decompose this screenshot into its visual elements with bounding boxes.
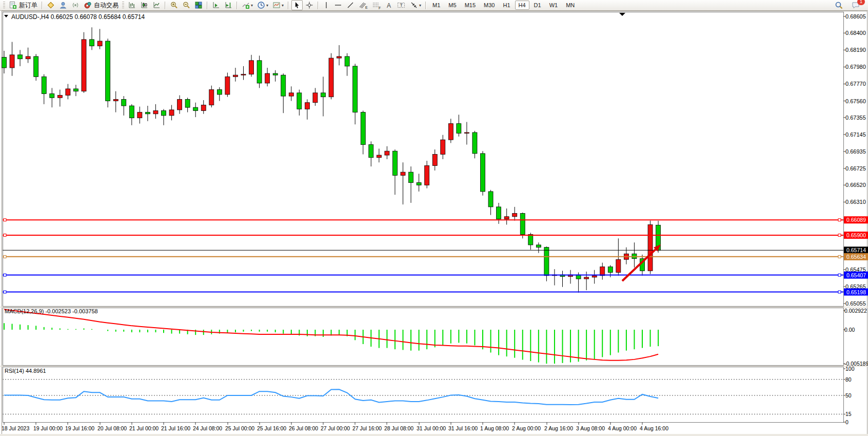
tab-h4[interactable]: H4	[515, 1, 529, 10]
bear-candle-body	[193, 107, 198, 110]
bull-candle-body	[225, 77, 230, 94]
chart-area[interactable]: 0.686050.684000.681900.679800.677700.675…	[0, 10, 868, 436]
fibonacci-button[interactable]: F	[370, 0, 383, 10]
candlestick-chart-button[interactable]	[139, 0, 150, 10]
tab-m30[interactable]: M30	[480, 1, 498, 10]
tab-mn[interactable]: MN	[562, 1, 578, 10]
bull-candle-body	[97, 41, 102, 46]
line-handle[interactable]	[838, 255, 841, 258]
svg-text:A: A	[387, 2, 391, 9]
time-axis-label: 21 Jul 00:00	[129, 425, 159, 431]
tab-h1[interactable]: H1	[499, 1, 514, 10]
tab-m15[interactable]: M15	[461, 1, 479, 10]
bottom-strip	[0, 434, 868, 436]
horizontal-line-button[interactable]	[332, 0, 344, 10]
bear-candle-body	[273, 73, 278, 75]
tab-m5[interactable]: M5	[445, 1, 460, 10]
bear-candle-body	[297, 93, 302, 109]
line-handle[interactable]	[838, 291, 841, 293]
equidistant-channel-button[interactable]: E	[357, 0, 369, 10]
time-axis-label: 26 Jul 08:00	[289, 425, 318, 431]
zoom-in-button[interactable]	[168, 0, 180, 10]
auto-scroll-icon	[212, 1, 220, 9]
candle	[257, 55, 262, 88]
contacts-icon	[59, 1, 67, 9]
vertical-line-button[interactable]	[321, 0, 331, 10]
price-axis-tick-label: 0.68400	[845, 30, 866, 36]
bull-candle-body	[432, 155, 437, 166]
new-order-button[interactable]: 新订单	[7, 0, 39, 10]
line-handle[interactable]	[4, 291, 6, 293]
candle	[106, 39, 110, 107]
arrow-tools-button[interactable]: ▾	[408, 0, 423, 10]
panel-splitter[interactable]	[0, 307, 868, 308]
text-label-button[interactable]: T	[395, 0, 407, 10]
bar-chart-button[interactable]	[126, 0, 137, 10]
candle	[82, 32, 86, 93]
periods-button[interactable]: ▾	[255, 0, 270, 10]
bear-candle-body	[457, 124, 461, 134]
bull-candle-body	[66, 89, 70, 96]
chart-shift-button[interactable]	[223, 0, 234, 10]
tab-d1[interactable]: D1	[530, 1, 545, 10]
auto-scroll-button[interactable]	[210, 0, 222, 10]
time-axis-label: 2 Aug 00:00	[512, 425, 541, 431]
line-handle[interactable]	[838, 274, 841, 276]
line-handle[interactable]	[4, 255, 6, 258]
tile-windows-button[interactable]	[193, 0, 204, 10]
bear-candle-body	[345, 56, 349, 66]
bear-candle-body	[90, 40, 94, 46]
vertical-line-icon	[323, 1, 330, 9]
chart-template-icon	[272, 1, 281, 9]
stamp-button[interactable]	[45, 0, 56, 10]
price-axis-tick-label: 0.66725	[845, 165, 866, 172]
broadcast-button[interactable]	[70, 0, 81, 10]
tab-m1[interactable]: M1	[429, 1, 444, 10]
bear-candle-body	[520, 213, 525, 234]
search-button[interactable]	[833, 0, 845, 10]
new-order-label: 新订单	[19, 1, 37, 10]
tab-w1[interactable]: W1	[546, 1, 562, 10]
autotrading-button[interactable]: 自动交易	[82, 0, 120, 10]
panel-splitter[interactable]	[0, 366, 868, 367]
bear-candle-body	[34, 56, 38, 77]
chart-template-button[interactable]: ▾	[271, 0, 285, 10]
chevron-down-icon[interactable]: ▾	[251, 3, 253, 8]
indicators-button[interactable]: ▾	[240, 0, 254, 10]
chart-canvas[interactable]: 0.686050.684000.681900.679800.677700.675…	[0, 10, 868, 436]
equidistant-channel-icon: E	[359, 1, 368, 9]
trendline-icon	[346, 1, 354, 9]
arrow-tools-icon	[410, 1, 418, 9]
bear-candle-body	[544, 248, 549, 276]
bull-candle-body	[201, 105, 206, 110]
svg-text:T: T	[400, 3, 403, 8]
bull-candle-body	[441, 140, 445, 154]
trendline-button[interactable]	[345, 0, 356, 10]
rsi-label: RSI(14) 44.8961	[5, 368, 46, 374]
bull-candle-body	[233, 75, 238, 77]
line-handle[interactable]	[4, 234, 6, 236]
line-handle[interactable]	[838, 234, 841, 236]
zoom-out-button[interactable]	[181, 0, 192, 10]
chevron-down-icon[interactable]: ▾	[266, 3, 268, 8]
line-handle[interactable]	[4, 274, 6, 276]
cursor-button[interactable]	[291, 0, 303, 10]
price-axis-tick-label: 0.66935	[845, 148, 866, 155]
time-axis-label: 25 Jul 16:00	[257, 425, 286, 431]
bear-candle-body	[361, 112, 365, 145]
crosshair-button[interactable]	[304, 0, 315, 10]
notifications-button[interactable]: 1	[850, 0, 862, 10]
chevron-down-icon[interactable]: ▾	[282, 3, 284, 8]
line-chart-button[interactable]	[151, 0, 162, 10]
price-axis-tick-label: 0.67355	[845, 115, 866, 121]
text-button[interactable]: A	[384, 0, 394, 10]
candle	[648, 221, 653, 274]
chevron-down-icon[interactable]: ▾	[419, 3, 421, 8]
time-axis-label: 4 Aug 00:00	[608, 425, 637, 431]
bull-candle-body	[26, 56, 30, 59]
contacts-button[interactable]	[57, 0, 69, 10]
time-axis-label: 24 Jul 08:00	[193, 425, 222, 431]
line-handle[interactable]	[4, 219, 6, 221]
bull-candle-body	[401, 172, 405, 175]
line-handle[interactable]	[838, 219, 841, 221]
